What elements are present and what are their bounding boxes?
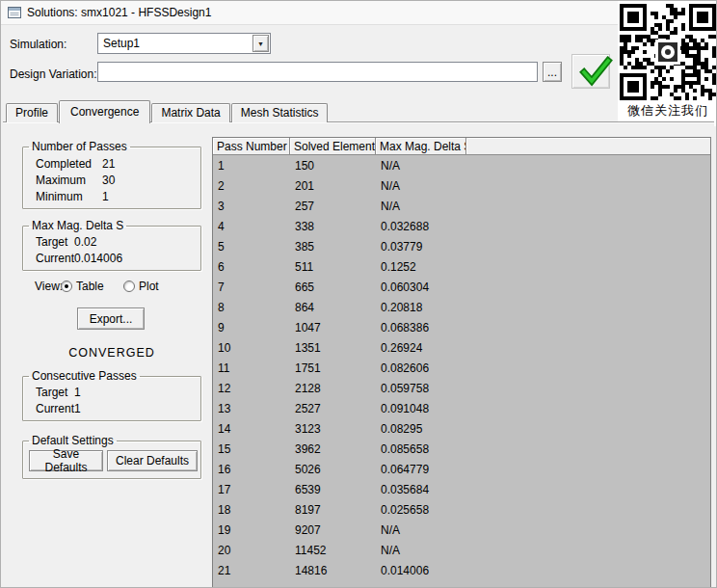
- clear-defaults-button[interactable]: Clear Defaults: [107, 450, 198, 471]
- table-row[interactable]: 1539620.085658: [213, 439, 710, 459]
- table-row[interactable]: 1117510.082606: [213, 358, 710, 378]
- table-cell: 2527: [290, 402, 376, 415]
- table-row[interactable]: 1650260.064779: [213, 459, 710, 479]
- table-row[interactable]: 199207N/A: [213, 520, 710, 540]
- table-cell: N/A: [376, 159, 466, 173]
- table-cell: 12: [213, 382, 290, 395]
- delta-current-value: 0.014006: [74, 252, 122, 265]
- simulation-value: Setup1: [103, 37, 140, 50]
- table-row[interactable]: 1150N/A: [213, 155, 710, 175]
- number-of-passes-title: Number of Passes: [29, 140, 130, 153]
- table-row[interactable]: 76650.060304: [213, 277, 710, 297]
- table-cell: 385: [290, 240, 376, 254]
- table-cell: 21: [213, 564, 290, 577]
- tab-profile[interactable]: Profile: [6, 103, 58, 122]
- consecutive-current-value: 1: [74, 402, 81, 415]
- table-cell: 8: [213, 301, 290, 314]
- simulation-dropdown[interactable]: Setup1 ▼: [97, 33, 271, 54]
- delta-target-label: Target: [36, 235, 67, 249]
- table-row[interactable]: 2201N/A: [213, 175, 710, 196]
- column-header-pass-number[interactable]: Pass Number: [213, 138, 290, 155]
- tab-convergence[interactable]: Convergence: [59, 100, 150, 123]
- view-table-radio[interactable]: [61, 281, 72, 292]
- view-label: View:: [35, 280, 63, 293]
- table-cell: 1351: [290, 341, 376, 355]
- view-plot-radio[interactable]: [123, 281, 135, 292]
- tab-mesh-statistics[interactable]: Mesh Statistics: [231, 103, 329, 122]
- table-cell: 15: [213, 442, 290, 456]
- table-row[interactable]: 53850.03779: [213, 236, 710, 256]
- table-cell: 0.085658: [376, 442, 466, 456]
- completed-label: Completed: [36, 157, 92, 171]
- table-row[interactable]: 21148160.014006: [213, 560, 710, 580]
- table-body: 1150N/A2201N/A3257N/A43380.03268853850.0…: [213, 155, 710, 588]
- green-check-icon: [578, 56, 603, 90]
- completed-value: 21: [102, 157, 115, 171]
- apply-check-button[interactable]: [571, 54, 610, 89]
- table-cell: 19: [213, 523, 290, 537]
- convergence-status: CONVERGED: [22, 346, 201, 360]
- qr-code: [620, 4, 716, 100]
- table-row[interactable]: 1765390.035684: [213, 479, 710, 499]
- table-row[interactable]: 88640.20818: [213, 297, 710, 317]
- qr-block: 微信关注我们: [618, 1, 717, 126]
- table-cell: 0.014006: [376, 564, 466, 577]
- solutions-window: Solutions: smx1021 - HFSSDesign1 Simulat…: [0, 0, 717, 588]
- table-cell: 14816: [290, 564, 376, 577]
- titlebar: Solutions: smx1021 - HFSSDesign1: [1, 1, 716, 25]
- table-cell: 0.082606: [376, 361, 466, 375]
- tab-strip: Profile Convergence Matrix Data Mesh Sta…: [6, 99, 329, 122]
- column-header-filler: [466, 138, 710, 155]
- table-cell: 3123: [290, 422, 376, 436]
- table-row[interactable]: 1881970.025658: [213, 499, 710, 520]
- table-cell: 6: [213, 260, 290, 274]
- design-variation-input[interactable]: [97, 62, 538, 82]
- table-cell: 0.26924: [376, 341, 466, 355]
- table-row[interactable]: 2011452N/A: [213, 540, 710, 560]
- table-cell: 11452: [290, 544, 376, 557]
- browse-button[interactable]: ...: [543, 62, 562, 82]
- table-cell: 150: [290, 159, 376, 173]
- table-cell: 3: [213, 200, 290, 213]
- table-cell: 0.059758: [376, 382, 466, 395]
- window-title: Solutions: smx1021 - HFSSDesign1: [27, 6, 211, 19]
- table-row[interactable]: 65110.1252: [213, 256, 710, 277]
- column-header-solved-elements[interactable]: Solved Elements: [290, 138, 376, 155]
- view-table-label[interactable]: Table: [76, 280, 104, 293]
- table-cell: 0.025658: [376, 503, 466, 517]
- table-cell: 1: [213, 159, 290, 173]
- export-button[interactable]: Export...: [77, 307, 145, 330]
- default-settings-title: Default Settings: [29, 434, 117, 447]
- table-cell: 20: [213, 544, 290, 557]
- chevron-down-icon[interactable]: ▼: [252, 35, 269, 52]
- table-row[interactable]: 1325270.091048: [213, 398, 710, 418]
- consecutive-target-value: 1: [74, 386, 81, 399]
- table-row[interactable]: 1013510.26924: [213, 337, 710, 358]
- table-row[interactable]: 1221280.059758: [213, 378, 710, 398]
- table-cell: 2: [213, 179, 290, 193]
- table-cell: 0.03779: [376, 240, 466, 254]
- table-row[interactable]: 3257N/A: [213, 196, 710, 216]
- simulation-label: Simulation:: [10, 38, 66, 51]
- table-row[interactable]: 43380.032688: [213, 216, 710, 236]
- table-cell: 9: [213, 321, 290, 334]
- maximum-value: 30: [102, 174, 115, 187]
- table-cell: 2128: [290, 382, 376, 395]
- table-cell: 18: [213, 503, 290, 517]
- table-cell: 5: [213, 240, 290, 254]
- table-cell: 0.091048: [376, 402, 466, 415]
- design-variation-label: Design Variation:: [10, 67, 97, 81]
- table-cell: N/A: [376, 544, 466, 557]
- consecutive-passes-title: Consecutive Passes: [29, 369, 140, 383]
- save-defaults-button[interactable]: Save Defaults: [29, 450, 103, 471]
- table-cell: 0.20818: [376, 301, 466, 314]
- tab-matrix-data[interactable]: Matrix Data: [151, 103, 229, 122]
- table-cell: 4: [213, 220, 290, 233]
- table-cell: 511: [290, 260, 376, 274]
- window-icon: [8, 7, 21, 18]
- view-plot-label[interactable]: Plot: [139, 280, 159, 293]
- table-row[interactable]: 910470.068386: [213, 317, 710, 337]
- table-row[interactable]: 1431230.08295: [213, 418, 710, 439]
- column-header-max-mag-delta-s[interactable]: Max Mag. Delta S: [376, 138, 466, 155]
- table-cell: 10: [213, 341, 290, 355]
